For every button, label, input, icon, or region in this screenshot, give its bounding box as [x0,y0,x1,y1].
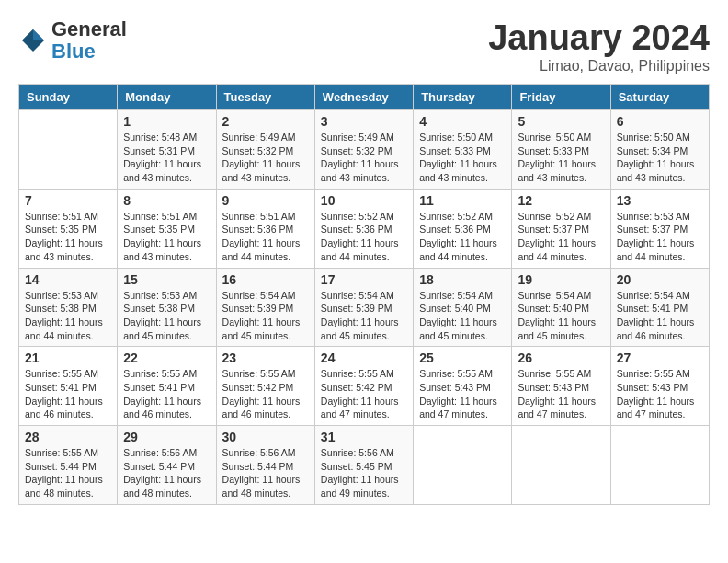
day-info: Sunrise: 5:49 AMSunset: 5:32 PMDaylight:… [321,131,407,185]
day-number: 16 [222,272,309,287]
day-number: 27 [617,350,703,365]
day-number: 3 [321,114,407,129]
day-cell [512,426,610,505]
svg-marker-1 [33,29,44,40]
day-number: 6 [617,114,703,129]
day-number: 14 [25,272,111,287]
day-cell: 15Sunrise: 5:53 AMSunset: 5:38 PMDayligh… [118,268,216,347]
logo-line1: General [51,18,127,40]
day-number: 9 [222,193,309,208]
day-cell: 13Sunrise: 5:53 AMSunset: 5:37 PMDayligh… [610,189,709,268]
week-row-4: 21Sunrise: 5:55 AMSunset: 5:41 PMDayligh… [19,347,710,426]
day-info: Sunrise: 5:55 AMSunset: 5:43 PMDaylight:… [617,367,703,421]
day-info: Sunrise: 5:53 AMSunset: 5:38 PMDaylight:… [25,289,111,343]
day-number: 19 [518,272,604,287]
day-cell: 30Sunrise: 5:56 AMSunset: 5:44 PMDayligh… [216,426,314,505]
day-number: 4 [419,114,506,129]
day-cell: 10Sunrise: 5:52 AMSunset: 5:36 PMDayligh… [314,189,413,268]
day-info: Sunrise: 5:53 AMSunset: 5:38 PMDaylight:… [123,289,210,343]
day-info: Sunrise: 5:56 AMSunset: 5:45 PMDaylight:… [321,446,407,500]
week-row-3: 14Sunrise: 5:53 AMSunset: 5:38 PMDayligh… [19,268,710,347]
day-cell: 2Sunrise: 5:49 AMSunset: 5:32 PMDaylight… [216,110,314,190]
day-info: Sunrise: 5:49 AMSunset: 5:32 PMDaylight:… [222,131,309,185]
page-header: General Blue January 2024 Limao, Davao, … [18,18,710,75]
day-number: 25 [419,350,506,365]
day-number: 18 [419,272,506,287]
day-info: Sunrise: 5:50 AMSunset: 5:33 PMDaylight:… [518,131,604,185]
day-info: Sunrise: 5:51 AMSunset: 5:35 PMDaylight:… [123,210,210,264]
day-info: Sunrise: 5:54 AMSunset: 5:39 PMDaylight:… [222,289,309,343]
day-info: Sunrise: 5:55 AMSunset: 5:42 PMDaylight:… [321,367,407,421]
title-block: January 2024 Limao, Davao, Philippines [488,18,710,75]
day-cell [610,426,709,505]
day-info: Sunrise: 5:54 AMSunset: 5:40 PMDaylight:… [518,289,604,343]
day-info: Sunrise: 5:55 AMSunset: 5:42 PMDaylight:… [222,367,309,421]
day-number: 8 [123,193,210,208]
day-info: Sunrise: 5:55 AMSunset: 5:41 PMDaylight:… [25,367,111,421]
day-number: 2 [222,114,309,129]
day-number: 7 [25,193,111,208]
day-cell: 6Sunrise: 5:50 AMSunset: 5:34 PMDaylight… [610,110,709,190]
day-number: 22 [123,350,210,365]
day-info: Sunrise: 5:56 AMSunset: 5:44 PMDaylight:… [222,446,309,500]
day-number: 21 [25,350,111,365]
day-cell: 22Sunrise: 5:55 AMSunset: 5:41 PMDayligh… [118,347,216,426]
header-saturday: Saturday [610,85,709,110]
day-cell: 27Sunrise: 5:55 AMSunset: 5:43 PMDayligh… [610,347,709,426]
day-info: Sunrise: 5:52 AMSunset: 5:37 PMDaylight:… [518,210,604,264]
day-info: Sunrise: 5:55 AMSunset: 5:41 PMDaylight:… [123,367,210,421]
day-info: Sunrise: 5:52 AMSunset: 5:36 PMDaylight:… [321,210,407,264]
day-info: Sunrise: 5:50 AMSunset: 5:33 PMDaylight:… [419,131,506,185]
day-number: 17 [321,272,407,287]
day-cell: 1Sunrise: 5:48 AMSunset: 5:31 PMDaylight… [118,110,216,190]
day-cell: 16Sunrise: 5:54 AMSunset: 5:39 PMDayligh… [216,268,314,347]
day-cell: 3Sunrise: 5:49 AMSunset: 5:32 PMDaylight… [314,110,413,190]
day-number: 30 [222,430,309,444]
header-wednesday: Wednesday [314,85,413,110]
day-info: Sunrise: 5:54 AMSunset: 5:39 PMDaylight:… [321,289,407,343]
header-friday: Friday [512,85,610,110]
day-number: 13 [617,193,703,208]
day-info: Sunrise: 5:50 AMSunset: 5:34 PMDaylight:… [617,131,703,185]
day-number: 12 [518,193,604,208]
day-cell: 14Sunrise: 5:53 AMSunset: 5:38 PMDayligh… [19,268,118,347]
day-cell: 12Sunrise: 5:52 AMSunset: 5:37 PMDayligh… [512,189,610,268]
day-info: Sunrise: 5:54 AMSunset: 5:41 PMDaylight:… [617,289,703,343]
day-number: 29 [123,430,210,444]
day-number: 5 [518,114,604,129]
week-row-2: 7Sunrise: 5:51 AMSunset: 5:35 PMDaylight… [19,189,710,268]
day-info: Sunrise: 5:55 AMSunset: 5:44 PMDaylight:… [25,446,111,500]
day-cell: 8Sunrise: 5:51 AMSunset: 5:35 PMDaylight… [118,189,216,268]
day-cell: 31Sunrise: 5:56 AMSunset: 5:45 PMDayligh… [314,426,413,505]
logo-icon [18,26,48,55]
day-number: 28 [25,430,111,444]
day-cell: 20Sunrise: 5:54 AMSunset: 5:41 PMDayligh… [610,268,709,347]
day-info: Sunrise: 5:55 AMSunset: 5:43 PMDaylight:… [518,367,604,421]
day-cell: 7Sunrise: 5:51 AMSunset: 5:35 PMDaylight… [19,189,118,268]
day-info: Sunrise: 5:51 AMSunset: 5:36 PMDaylight:… [222,210,309,264]
day-cell: 17Sunrise: 5:54 AMSunset: 5:39 PMDayligh… [314,268,413,347]
day-number: 26 [518,350,604,365]
day-number: 24 [321,350,407,365]
day-number: 15 [123,272,210,287]
day-number: 20 [617,272,703,287]
day-info: Sunrise: 5:52 AMSunset: 5:36 PMDaylight:… [419,210,506,264]
calendar-subtitle: Limao, Davao, Philippines [488,58,710,75]
day-cell: 5Sunrise: 5:50 AMSunset: 5:33 PMDaylight… [512,110,610,190]
week-row-5: 28Sunrise: 5:55 AMSunset: 5:44 PMDayligh… [19,426,710,505]
calendar-header-row: SundayMondayTuesdayWednesdayThursdayFrid… [19,85,710,110]
day-info: Sunrise: 5:53 AMSunset: 5:37 PMDaylight:… [617,210,703,264]
day-number: 1 [123,114,210,129]
day-info: Sunrise: 5:51 AMSunset: 5:35 PMDaylight:… [25,210,111,264]
day-info: Sunrise: 5:48 AMSunset: 5:31 PMDaylight:… [123,131,210,185]
calendar-title: January 2024 [488,18,710,58]
calendar-table: SundayMondayTuesdayWednesdayThursdayFrid… [18,84,710,505]
day-cell: 24Sunrise: 5:55 AMSunset: 5:42 PMDayligh… [314,347,413,426]
day-cell: 25Sunrise: 5:55 AMSunset: 5:43 PMDayligh… [414,347,512,426]
day-number: 31 [321,430,407,444]
day-cell [414,426,512,505]
svg-marker-2 [22,29,33,40]
day-info: Sunrise: 5:54 AMSunset: 5:40 PMDaylight:… [419,289,506,343]
day-cell: 4Sunrise: 5:50 AMSunset: 5:33 PMDaylight… [414,110,512,190]
day-info: Sunrise: 5:56 AMSunset: 5:44 PMDaylight:… [123,446,210,500]
